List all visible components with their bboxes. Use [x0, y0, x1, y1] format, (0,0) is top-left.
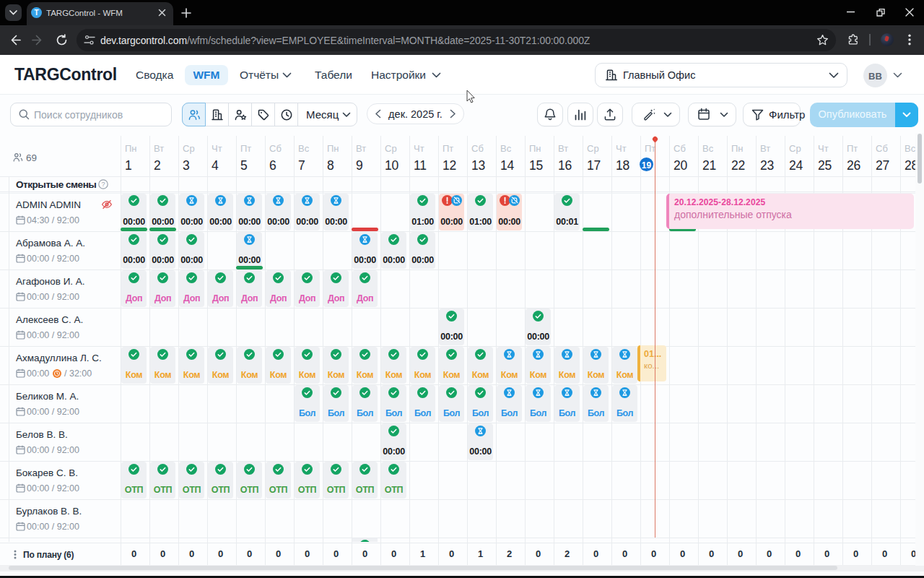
svg-text:?: ? [101, 181, 105, 188]
